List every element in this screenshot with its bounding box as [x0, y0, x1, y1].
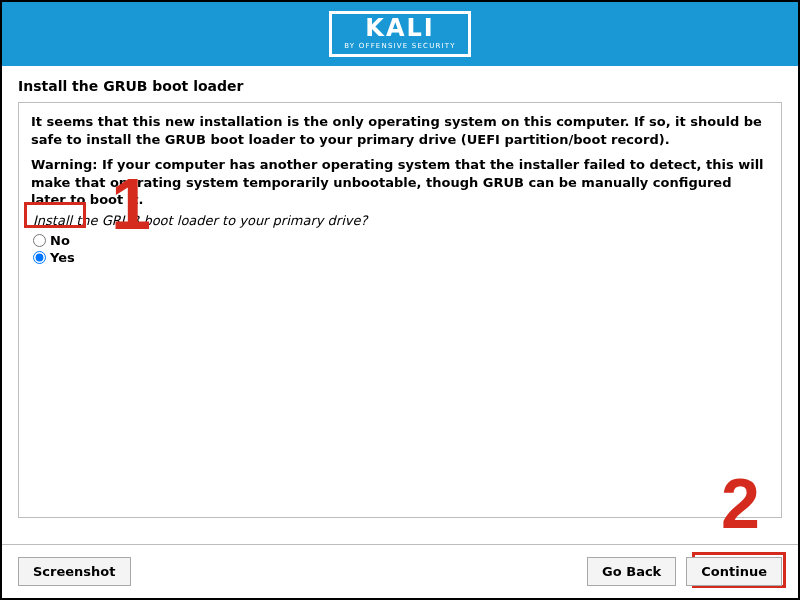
logo-sub-text: BY OFFENSIVE SECURITY: [344, 42, 456, 50]
radio-option-no[interactable]: No: [31, 232, 769, 249]
radio-no-input[interactable]: [33, 234, 46, 247]
go-back-button[interactable]: Go Back: [587, 557, 676, 586]
radio-no-label: No: [50, 233, 70, 248]
screenshot-button[interactable]: Screenshot: [18, 557, 131, 586]
logo-main-text: KALI: [365, 16, 434, 40]
footer-bar: Screenshot Go Back Continue: [2, 544, 798, 598]
radio-yes-input[interactable]: [33, 251, 46, 264]
radio-option-yes[interactable]: Yes: [31, 249, 769, 266]
question-text: Install the GRUB boot loader to your pri…: [31, 213, 769, 228]
page-title: Install the GRUB boot loader: [2, 66, 798, 102]
installer-header: KALI BY OFFENSIVE SECURITY: [2, 2, 798, 66]
continue-button[interactable]: Continue: [686, 557, 782, 586]
content-panel: It seems that this new installation is t…: [18, 102, 782, 518]
radio-yes-label: Yes: [50, 250, 75, 265]
warning-text: Warning: If your computer has another op…: [31, 156, 769, 209]
intro-text: It seems that this new installation is t…: [31, 113, 769, 148]
kali-logo: KALI BY OFFENSIVE SECURITY: [329, 11, 471, 57]
